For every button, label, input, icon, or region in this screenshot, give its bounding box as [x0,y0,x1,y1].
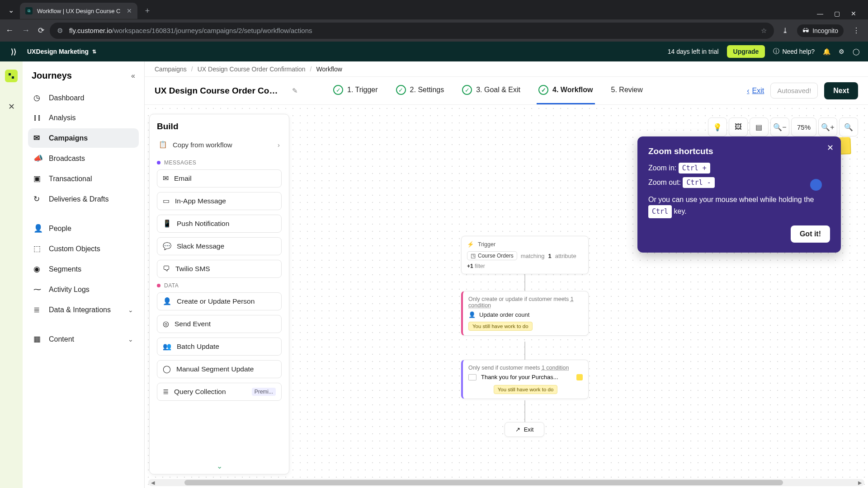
tab-close-icon[interactable]: ✕ [127,7,132,14]
sidebar-item-people[interactable]: 👤People [28,219,139,238]
address-bar[interactable]: ⚙ fly.customer.io/workspaces/160831/jour… [50,23,774,39]
url-host: fly.customer.io [69,27,112,34]
sidebar-item-dashboard[interactable]: ◷Dashboard [28,88,139,108]
breadcrumb-sep: / [310,66,312,73]
block-query-collection[interactable]: ≣Query CollectionPremi... [157,383,282,401]
next-button[interactable]: Next [824,82,858,99]
sidebar-item-deliveries[interactable]: ↻Deliveries & Drafts [28,189,139,209]
site-settings-icon[interactable]: ⚙ [57,27,63,35]
step-workflow[interactable]: ✓4. Workflow [537,77,595,104]
sidebar-item-segments[interactable]: ◉Segments [28,259,139,279]
note-button[interactable]: ▤ [750,117,769,136]
reload-button[interactable]: ⟳ [38,26,44,35]
notifications-icon[interactable]: 🔔 [823,48,830,55]
sidebar-item-campaigns[interactable]: ✉Campaigns [28,128,139,148]
workflow-node-email[interactable]: Only send if customer meets 1 condition … [461,360,589,399]
app-logo[interactable]: ⟩⟩ [8,46,19,57]
step-label: 3. Goal & Exit [476,86,520,94]
rail-journeys[interactable] [5,70,18,82]
settings-icon[interactable]: ⚙ [839,48,844,55]
node-title: Trigger [478,241,495,248]
window-close-icon[interactable]: ✕ [851,10,856,17]
browser-tab[interactable]: ⧉ Workflow | UX Design Course C ✕ [20,3,137,19]
block-label: Push Notification [177,220,229,228]
downloads-icon[interactable]: ⤓ [782,26,788,35]
incognito-label: Incognito [812,27,838,34]
workflow-node-update-person[interactable]: Only create or update if customer meets … [461,291,589,336]
profile-icon[interactable]: ◯ [853,48,860,55]
sidebar-item-label: Transactional [49,175,92,183]
step-review[interactable]: 5. Review [609,78,645,103]
sidebar-item-broadcasts[interactable]: 📣Broadcasts [28,149,139,168]
tab-search-button[interactable]: ⌄ [4,3,18,17]
bookmark-icon[interactable]: ☆ [761,27,767,35]
block-send-event[interactable]: ◎Send Event [157,315,282,333]
sidebar-item-custom-objects[interactable]: ⬚Custom Objects [28,239,139,258]
window-minimize-icon[interactable]: ― [817,10,823,17]
got-it-button[interactable]: Got it! [791,225,830,243]
exit-link[interactable]: ‹Exit [747,87,764,95]
browser-menu-icon[interactable]: ⋮ [853,26,860,35]
collapse-sidebar-icon[interactable]: « [131,72,135,80]
workflow-canvas[interactable]: Build 📋 Copy from workflow › MESSAGES ✉E… [145,105,868,488]
block-push[interactable]: 📱Push Notification [157,215,282,233]
copy-from-workflow[interactable]: 📋 Copy from workflow › [157,138,282,155]
block-in-app[interactable]: ▭In-App Message [157,192,282,210]
step-goal-exit[interactable]: ✓3. Goal & Exit [460,77,522,104]
sms-icon: 🗨 [163,265,170,273]
sidebar-item-content[interactable]: ▦Content⌄ [28,329,139,349]
window-maximize-icon[interactable]: ▢ [834,10,840,17]
dot-icon [157,161,160,164]
help-button[interactable]: ⓘ Need help? [773,47,815,56]
new-tab-button[interactable]: + [141,5,154,17]
workspace-switcher[interactable]: UXDesign Marketing ⇅ [27,48,96,55]
popover-close-icon[interactable]: ✕ [827,143,834,153]
canvas-h-scrollbar[interactable]: ◀ ▶ [148,479,864,486]
step-trigger[interactable]: ✓1. Trigger [331,77,380,104]
send-icon: ✉ [33,133,42,143]
workflow-node-trigger[interactable]: ⚡Trigger ◳Course Orders matching 1 attri… [461,236,589,274]
condition-link[interactable]: 1 condition [542,365,569,371]
block-batch-update[interactable]: 👥Batch Update [157,338,282,356]
zoom-in-button[interactable]: 🔍+ [818,117,837,136]
back-button[interactable]: ← [5,26,14,35]
block-twilio[interactable]: 🗨Twilio SMS [157,260,282,278]
broadcast-icon: ◎ [163,320,169,328]
scroll-left-icon[interactable]: ◀ [149,479,156,486]
breadcrumb-campaigns[interactable]: Campaigns [155,66,187,73]
upgrade-button[interactable]: Upgrade [727,45,765,58]
expand-panel-icon[interactable]: ⌄ [150,458,289,474]
chevron-left-icon: ‹ [747,87,749,95]
journeys-icon [8,72,15,80]
attribute-label: attribute [555,253,576,259]
edit-title-icon[interactable]: ✎ [292,87,298,95]
block-slack[interactable]: 💬Slack Message [157,237,282,255]
zoom-out-button[interactable]: 🔍− [770,117,789,136]
image-button[interactable]: 🖼 [729,117,748,136]
block-email[interactable]: ✉Email [157,169,282,188]
sidebar-item-activity-logs[interactable]: ⁓Activity Logs [28,280,139,299]
sidebar-item-label: Segments [49,265,81,273]
step-settings[interactable]: ✓2. Settings [394,77,446,104]
autosaved-badge: Autosaved! [770,83,818,99]
object-chip[interactable]: ◳Course Orders [467,251,517,260]
block-manual-segment[interactable]: ◯Manual Segment Update [157,360,282,378]
scrollbar-thumb[interactable] [184,480,783,485]
breadcrumb-campaign-name[interactable]: UX Design Course Order Confirmation [198,66,306,73]
sidebar-item-analysis[interactable]: ⫿⫿Analysis [28,108,139,127]
zoom-level[interactable]: 75% [791,117,816,136]
block-create-person[interactable]: 👤Create or Update Person [157,292,282,310]
workflow-node-exit[interactable]: ↗ Exit [505,422,544,437]
rail-other[interactable]: ✕ [5,100,18,113]
segments-icon: ◉ [33,264,42,274]
check-icon: ✓ [538,85,548,95]
sidebar-item-data-integrations[interactable]: ≣Data & Integrations⌄ [28,300,139,319]
tips-button[interactable]: 💡 [708,117,727,136]
incognito-icon: 🕶 [802,27,809,34]
sidebar-item-transactional[interactable]: ▣Transactional [28,169,139,188]
search-canvas-button[interactable]: 🔍 [839,117,858,136]
forward-button[interactable]: → [22,26,30,35]
scroll-right-icon[interactable]: ▶ [856,479,863,486]
incognito-badge[interactable]: 🕶 Incognito [797,24,844,37]
phone-icon: 📱 [163,220,171,228]
